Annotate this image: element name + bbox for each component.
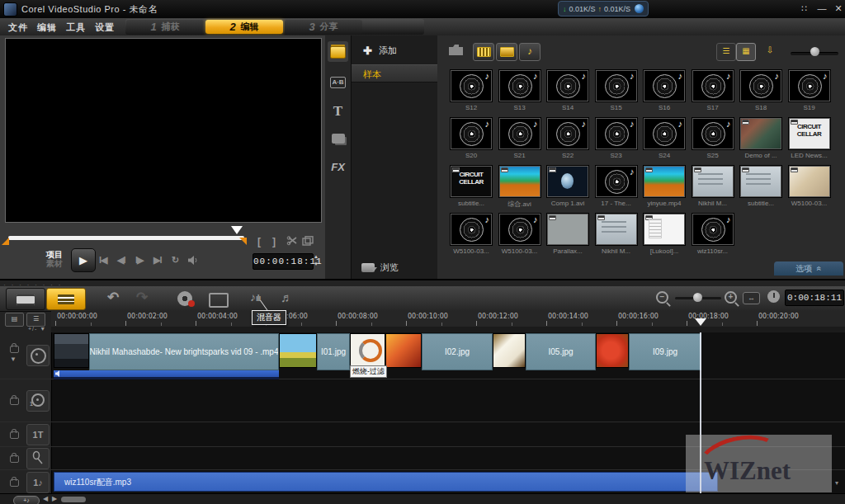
library-item[interactable]: W5100-03...	[789, 166, 832, 207]
timeline-clip[interactable]: I05.jpg	[526, 333, 596, 370]
clip-thumbnail-fire[interactable]	[385, 333, 422, 368]
library-item[interactable]: ♪S18	[740, 70, 783, 111]
screen-capture-button[interactable]	[209, 293, 229, 308]
library-item[interactable]: ♪S16	[644, 70, 687, 111]
library-item[interactable]: CIRCUITCELLARLED News...	[789, 118, 832, 159]
library-item[interactable]: Comp 1.avi	[547, 166, 590, 207]
library-item[interactable]: ♪S17	[692, 70, 735, 111]
filter-video-button[interactable]	[473, 43, 494, 61]
music-clip[interactable]: wiz110sr配音.mp3	[54, 472, 718, 492]
library-item[interactable]: CIRCUITCELLARsubtitle...	[451, 166, 493, 207]
mark-out-button[interactable]: ]	[272, 236, 276, 247]
playhead-handle[interactable]	[695, 318, 706, 332]
track-list-button[interactable]: ☰	[26, 313, 45, 327]
add-category-button[interactable]: ✚ 添加	[352, 40, 437, 60]
lock-icon[interactable]	[10, 398, 19, 405]
library-item[interactable]: 综合.avi	[499, 166, 542, 209]
timeline-clip[interactable]: I01.jpg	[317, 333, 350, 370]
nav-transition-icon[interactable]: A·B	[328, 72, 348, 92]
library-item[interactable]: ♪S12	[451, 70, 493, 111]
track-manager-button[interactable]: ▤	[5, 313, 24, 327]
nav-filter-icon[interactable]: FX	[328, 157, 348, 177]
lock-icon[interactable]	[10, 455, 19, 463]
close-button[interactable]: ✕	[832, 2, 845, 14]
nav-title-icon[interactable]: T	[328, 101, 348, 121]
add-remove-track-control[interactable]: +/- ▼	[28, 326, 46, 332]
timeline-view-button[interactable]	[46, 288, 86, 310]
clip-thumbnail-burn[interactable]	[350, 333, 385, 368]
filter-photo-button[interactable]	[496, 43, 517, 61]
nav-graphic-icon[interactable]	[328, 129, 348, 149]
lock-icon[interactable]	[10, 479, 19, 487]
voice-track-icon[interactable]	[26, 448, 50, 469]
import-folder-icon[interactable]	[448, 44, 464, 58]
corner-caret-icon[interactable]: ▾	[835, 479, 838, 487]
timeline-clip[interactable]: Nikhil Mahashabde- New brightsparks vid …	[89, 333, 279, 370]
scrubber-playhead[interactable]	[231, 226, 243, 240]
thumbnail-view-button[interactable]: ▦	[736, 43, 756, 61]
timeline-clip[interactable]: I02.jpg	[422, 333, 493, 370]
timeline-clip[interactable]: I09.jpg	[629, 333, 701, 370]
clip-thumbnail-flower[interactable]	[596, 333, 629, 368]
timeline-zoom-slider-thumb[interactable]	[693, 293, 702, 302]
lock-icon[interactable]	[10, 431, 19, 439]
menu-settings[interactable]: 设置	[95, 21, 115, 34]
scroll-left-arrow[interactable]: ◀	[43, 495, 48, 502]
preview-timecode[interactable]: 00:00:18:11	[253, 253, 314, 270]
library-item[interactable]: subtitle...	[740, 166, 783, 207]
enlarge-preview-icon[interactable]	[302, 236, 314, 247]
menu-file[interactable]: 文件	[8, 21, 28, 34]
scrollbar-thumb[interactable]	[61, 497, 86, 502]
library-item[interactable]: ♪S24	[644, 118, 687, 159]
library-item[interactable]: ♪17 - The...	[596, 166, 639, 207]
network-tool-icon[interactable]	[635, 4, 644, 13]
next-frame-button[interactable]: Ι▶	[135, 255, 144, 266]
auto-music-button[interactable]: ♬	[281, 290, 293, 304]
library-item[interactable]: ♪S23	[596, 118, 639, 159]
category-sample[interactable]: 样本	[352, 64, 437, 82]
nav-media-icon[interactable]	[328, 41, 348, 62]
title-track-icon[interactable]: 1T	[26, 424, 50, 445]
library-item[interactable]: ♪W5100-03...	[451, 214, 493, 255]
window-menu-button[interactable]: ∷	[797, 2, 810, 14]
tab-capture[interactable]: 1捕获	[126, 20, 204, 34]
sound-mixer-button[interactable]: ♪ılı	[250, 290, 260, 304]
library-item[interactable]: Nikhil M...	[692, 166, 735, 207]
play-button[interactable]: ▶	[71, 248, 96, 272]
library-item[interactable]: Demo of ...	[740, 118, 783, 159]
volume-icon[interactable]	[188, 256, 199, 266]
menu-tools[interactable]: 工具	[66, 21, 86, 34]
timeline-ruler[interactable]: 00:00:00:0000:00:02:0000:00:04:0000:00:0…	[51, 311, 845, 327]
project-mode-label[interactable]: 项目	[46, 250, 63, 259]
duration-clock-icon[interactable]	[767, 290, 780, 303]
thumbnail-size-slider-thumb[interactable]	[810, 47, 819, 56]
clip-thumbnail-webdark[interactable]	[54, 333, 89, 368]
home-button[interactable]: Ι◀	[99, 255, 107, 266]
zoom-in-button[interactable]: +	[725, 291, 737, 304]
clip-audio-strip[interactable]	[54, 370, 279, 379]
end-button[interactable]: ▶Ι	[153, 255, 162, 266]
library-item[interactable]: ♪S19	[789, 70, 832, 111]
previous-frame-button[interactable]: ◀Ι	[117, 255, 125, 266]
zoom-out-button[interactable]: −	[656, 291, 668, 304]
tab-edit[interactable]: 2编辑	[205, 20, 283, 34]
record-capture-button[interactable]	[177, 291, 192, 306]
filter-audio-button[interactable]: ♪	[519, 43, 541, 61]
browse-button[interactable]: 浏览	[352, 257, 437, 277]
library-item[interactable]: Parallax...	[547, 214, 590, 255]
timeline-timecode[interactable]: 0:00:18:11	[785, 290, 844, 306]
clip-thumbnail-sunflower[interactable]	[279, 333, 317, 368]
tab-share[interactable]: 3分享	[285, 20, 362, 34]
clip-thumbnail-notebook[interactable]	[493, 333, 526, 368]
scrubber-track[interactable]	[8, 236, 244, 240]
menu-edit[interactable]: 编辑	[37, 21, 57, 34]
network-speed-widget[interactable]: ↓ 0.01K/S ↑ 0.01K/S	[558, 1, 649, 16]
redo-button[interactable]: ↷	[136, 290, 148, 306]
add-music-track-button[interactable]: +♪	[13, 496, 40, 504]
mark-in-button[interactable]: [	[257, 236, 261, 247]
library-item[interactable]: ♪S22	[547, 118, 590, 159]
undo-button[interactable]: ↶	[107, 290, 119, 306]
library-item[interactable]: ♪S25	[692, 118, 735, 159]
library-item[interactable]: Nikhil M...	[596, 214, 639, 255]
overlay-track-icon[interactable]: 1	[26, 390, 50, 412]
